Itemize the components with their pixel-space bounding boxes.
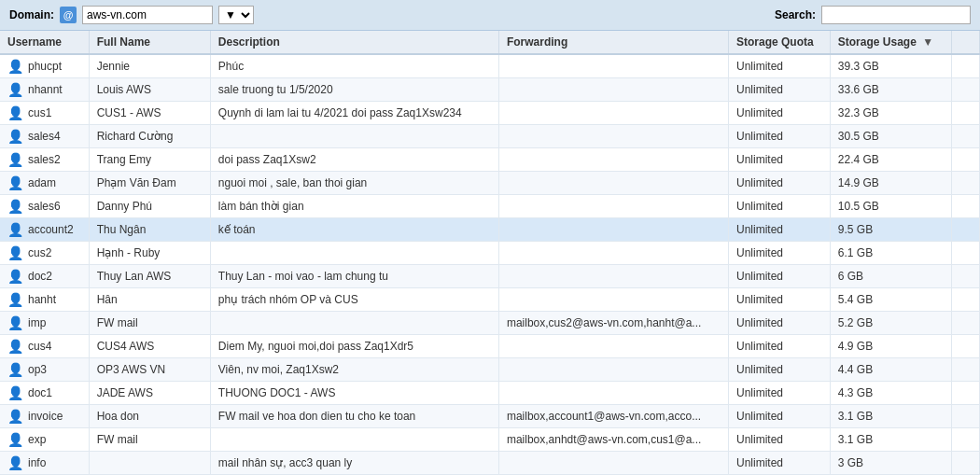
- cell-username: 👤sales2: [0, 148, 89, 172]
- cell-quota: Unlimited: [728, 102, 830, 125]
- cell-usage: 6.1 GB: [830, 242, 951, 265]
- cell-actions: [952, 54, 980, 78]
- user-icon: 👤: [7, 152, 23, 167]
- cell-quota: Unlimited: [728, 288, 830, 312]
- cell-forwarding: [498, 78, 728, 102]
- cell-quota: Unlimited: [728, 358, 830, 382]
- cell-usage: 5.4 GB: [830, 288, 951, 312]
- sort-arrow-icon: ▼: [922, 35, 933, 49]
- cell-quota: Unlimited: [728, 428, 830, 452]
- domain-input[interactable]: [82, 6, 213, 24]
- col-description: Description: [210, 31, 498, 54]
- username-text: adam: [28, 176, 56, 189]
- cell-forwarding: [498, 452, 728, 475]
- user-icon: 👤: [7, 199, 23, 214]
- table-row: 👤cus2Hạnh - RubyUnlimited6.1 GB: [0, 242, 980, 265]
- cell-quota: Unlimited: [728, 265, 830, 288]
- domain-section: Domain: @ ▼: [9, 6, 254, 24]
- cell-username: 👤cus4: [0, 335, 89, 358]
- cell-usage: 3.1 GB: [830, 405, 951, 428]
- cell-username: 👤doc1: [0, 382, 89, 405]
- cell-forwarding: mailbox,cus2@aws-vn.com,hanht@a...: [498, 312, 728, 335]
- cell-quota: Unlimited: [728, 218, 830, 242]
- cell-fullname: Phạm Văn Đam: [89, 172, 210, 195]
- cell-actions: [952, 358, 980, 382]
- username-text: nhannt: [28, 83, 63, 96]
- cell-fullname: OP3 AWS VN: [89, 358, 210, 382]
- cell-actions: [952, 172, 980, 195]
- cell-forwarding: [498, 102, 728, 125]
- username-text: sales6: [28, 200, 61, 213]
- cell-forwarding: [498, 125, 728, 148]
- username-text: op3: [28, 363, 47, 376]
- cell-actions: [952, 218, 980, 242]
- user-icon: 👤: [7, 175, 23, 190]
- cell-description: doi pass Zaq1Xsw2: [210, 148, 498, 172]
- table-row: 👤impFW mailmailbox,cus2@aws-vn.com,hanht…: [0, 312, 980, 335]
- cell-actions: [952, 242, 980, 265]
- cell-usage: 5.2 GB: [830, 312, 951, 335]
- cell-fullname: Jennie: [89, 54, 210, 78]
- table-row: 👤sales4Richard CườngUnlimited30.5 GB: [0, 125, 980, 148]
- username-text: invoice: [28, 410, 63, 423]
- cell-actions: [952, 428, 980, 452]
- cell-quota: Unlimited: [728, 452, 830, 475]
- cell-description: Quynh di lam lai tu 4/2021 doi pass Zaq1…: [210, 102, 498, 125]
- cell-fullname: Thuy Lan AWS: [89, 265, 210, 288]
- cell-forwarding: [498, 148, 728, 172]
- cell-fullname: Louis AWS: [89, 78, 210, 102]
- cell-usage: 22.4 GB: [830, 148, 951, 172]
- cell-description: THUONG DOC1 - AWS: [210, 382, 498, 405]
- table-row: 👤doc1JADE AWSTHUONG DOC1 - AWSUnlimited4…: [0, 382, 980, 405]
- username-text: exp: [28, 433, 46, 446]
- user-icon: 👤: [7, 245, 23, 260]
- table-row: 👤sales2Trang Emydoi pass Zaq1Xsw2Unlimit…: [0, 148, 980, 172]
- cell-actions: [952, 125, 980, 148]
- cell-fullname: Trang Emy: [89, 148, 210, 172]
- cell-quota: Unlimited: [728, 405, 830, 428]
- table-row: 👤expFW mailmailbox,anhdt@aws-vn.com,cus1…: [0, 428, 980, 452]
- cell-fullname: JADE AWS: [89, 382, 210, 405]
- cell-quota: Unlimited: [728, 148, 830, 172]
- cell-forwarding: [498, 172, 728, 195]
- col-usage[interactable]: Storage Usage ▼: [830, 31, 951, 54]
- cell-usage: 3.1 GB: [830, 428, 951, 452]
- cell-fullname: Hoa don: [89, 405, 210, 428]
- cell-description: [210, 125, 498, 148]
- table-body: 👤phucptJenniePhúcUnlimited39.3 GB👤nhannt…: [0, 54, 980, 475]
- username-text: cus4: [28, 340, 51, 353]
- search-input[interactable]: [821, 6, 971, 24]
- cell-username: 👤exp: [0, 428, 89, 452]
- cell-actions: [952, 288, 980, 312]
- cell-forwarding: mailbox,anhdt@aws-vn.com,cus1@a...: [498, 428, 728, 452]
- table-row: 👤cus4CUS4 AWSDiem My, nguoi moi,doi pass…: [0, 335, 980, 358]
- cell-actions: [952, 265, 980, 288]
- cell-usage: 9.5 GB: [830, 218, 951, 242]
- domain-select[interactable]: ▼: [218, 6, 254, 24]
- username-text: sales2: [28, 153, 61, 166]
- cell-username: 👤op3: [0, 358, 89, 382]
- top-bar: Domain: @ ▼ Search:: [0, 0, 980, 31]
- username-text: info: [28, 456, 46, 469]
- cell-username: 👤adam: [0, 172, 89, 195]
- cell-actions: [952, 382, 980, 405]
- user-icon: 👤: [7, 409, 23, 424]
- cell-username: 👤info: [0, 452, 89, 475]
- cell-username: 👤account2: [0, 218, 89, 242]
- users-table: Username Full Name Description Forwardin…: [0, 31, 980, 475]
- user-icon: 👤: [7, 82, 23, 97]
- cell-quota: Unlimited: [728, 195, 830, 218]
- cell-description: mail nhân sự, acc3 quan ly: [210, 452, 498, 475]
- cell-fullname: FW mail: [89, 428, 210, 452]
- cell-description: FW mail ve hoa don dien tu cho ke toan: [210, 405, 498, 428]
- cell-usage: 33.6 GB: [830, 78, 951, 102]
- cell-fullname: Hạnh - Ruby: [89, 242, 210, 265]
- cell-actions: [952, 78, 980, 102]
- user-icon: 👤: [7, 222, 23, 237]
- cell-forwarding: [498, 242, 728, 265]
- cell-forwarding: [498, 335, 728, 358]
- username-text: account2: [28, 223, 74, 236]
- cell-quota: Unlimited: [728, 312, 830, 335]
- cell-forwarding: [498, 382, 728, 405]
- cell-usage: 14.9 GB: [830, 172, 951, 195]
